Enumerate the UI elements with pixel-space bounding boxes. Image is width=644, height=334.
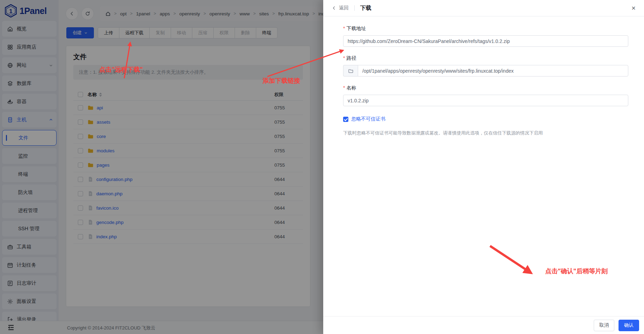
required-asterisk: * — [343, 85, 345, 91]
divider — [354, 5, 355, 11]
required-asterisk: * — [343, 26, 345, 32]
required-asterisk: * — [343, 55, 345, 61]
path-input[interactable] — [358, 65, 628, 77]
drawer-title: 下载 — [360, 5, 371, 12]
drawer-header: 返回 下载 × — [323, 0, 644, 16]
name-input[interactable] — [343, 95, 628, 106]
1panel-app: 1 1Panel 概览 应用商店 网站 数据库 — [0, 0, 644, 334]
folder-outline-icon — [348, 68, 354, 74]
back-button[interactable]: 返回 — [332, 5, 349, 11]
download-drawer: 返回 下载 × * 下载地址 * 路径 * — [323, 0, 644, 334]
close-icon[interactable]: × — [631, 5, 636, 12]
back-label: 返回 — [339, 5, 349, 11]
cancel-button[interactable]: 取消 — [594, 320, 614, 331]
arrow-left-icon — [332, 6, 336, 10]
checkbox-checked-icon — [343, 117, 348, 122]
path-field-label: * 路径 — [343, 55, 628, 61]
folder-picker-button[interactable] — [343, 65, 358, 77]
checkbox-label: 忽略不可信证书 — [351, 116, 385, 122]
drawer-body: * 下载地址 * 路径 * 名称 忽略不可信证书 — [323, 16, 644, 316]
path-input-group — [343, 65, 628, 77]
download-url-input[interactable] — [343, 35, 628, 47]
drawer-footer: 取消 确认 — [323, 316, 644, 334]
cert-warning-text: 下载时忽略不可信证书可能导致数据泄露或篡改。请谨慎使用此选项，仅在信任下载源的情… — [343, 130, 628, 136]
url-field-label: * 下载地址 — [343, 26, 628, 32]
ignore-cert-checkbox[interactable]: 忽略不可信证书 — [343, 116, 628, 122]
confirm-button[interactable]: 确认 — [619, 320, 639, 331]
name-field-label: * 名称 — [343, 85, 628, 91]
